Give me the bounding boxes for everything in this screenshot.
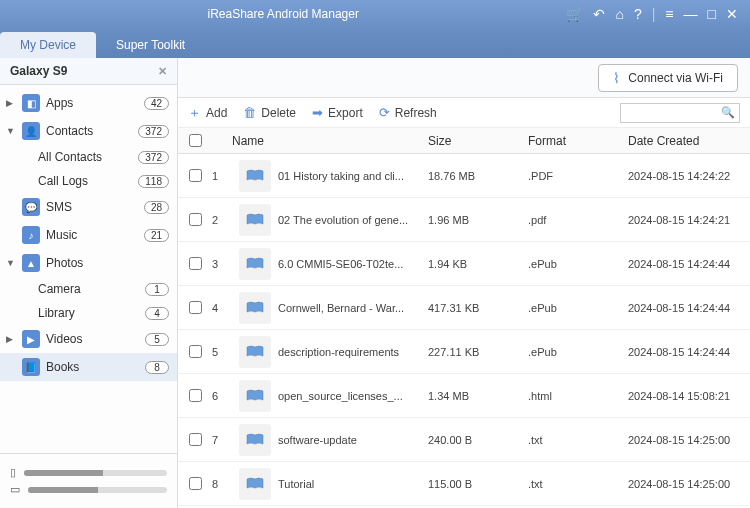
phone-icon: ▯ [10,466,16,479]
table-row[interactable]: 7software-update240.00 B.txt2024-08-15 1… [178,418,750,462]
storage-panel: ▯ ▭ [0,453,177,508]
sidebar-item-contacts[interactable]: ▼ 👤 Contacts 372 [0,117,177,145]
sidebar-item-all-contacts[interactable]: All Contacts 372 [0,145,177,169]
row-date: 2024-08-15 14:24:44 [628,258,750,270]
main-tabs: My Device Super Toolkit [0,28,750,58]
row-checkbox[interactable] [189,477,202,490]
sms-icon: 💬 [22,198,40,216]
maximize-icon[interactable]: □ [708,6,716,22]
sd-icon: ▭ [10,483,20,496]
column-date[interactable]: Date Created [628,134,750,148]
row-number: 7 [212,434,232,446]
row-date: 2024-08-14 15:08:21 [628,390,750,402]
row-number: 2 [212,214,232,226]
select-all-checkbox[interactable] [189,134,202,147]
delete-button[interactable]: 🗑Delete [243,105,296,120]
device-tab[interactable]: Galaxy S9 ✕ [0,58,177,85]
row-checkbox[interactable] [189,433,202,446]
add-button[interactable]: ＋Add [188,104,227,122]
close-icon[interactable]: ✕ [726,6,738,22]
connect-wifi-button[interactable]: ⌇ Connect via Wi-Fi [598,64,738,92]
row-size: 1.94 KB [428,258,528,270]
row-number: 8 [212,478,232,490]
row-checkbox[interactable] [189,389,202,402]
column-format[interactable]: Format [528,134,628,148]
table-row[interactable]: 5description-requirements227.11 KB.ePub2… [178,330,750,374]
row-format: .PDF [528,170,628,182]
row-name: 02 The evolution of gene... [278,214,428,226]
export-button[interactable]: ➡Export [312,105,363,120]
row-format: .txt [528,434,628,446]
search-icon: 🔍 [721,106,735,119]
minimize-icon[interactable]: — [684,6,698,22]
table-row[interactable]: 6open_source_licenses_...1.34 MB.html202… [178,374,750,418]
row-date: 2024-08-15 14:24:44 [628,302,750,314]
menu-icon[interactable]: ≡ [665,6,673,22]
sidebar-item-music[interactable]: ♪ Music 21 [0,221,177,249]
book-icon [239,424,271,456]
row-checkbox[interactable] [189,213,202,226]
tab-my-device[interactable]: My Device [0,32,96,58]
column-size[interactable]: Size [428,134,528,148]
sidebar-item-call-logs[interactable]: Call Logs 118 [0,169,177,193]
row-checkbox[interactable] [189,345,202,358]
table-row[interactable]: 8Tutorial115.00 B.txt2024-08-15 14:25:00 [178,462,750,506]
trash-icon: 🗑 [243,105,256,120]
row-date: 2024-08-15 14:24:22 [628,170,750,182]
books-icon: 📘 [22,358,40,376]
row-name: description-requirements [278,346,428,358]
table-row[interactable]: 4Cornwell, Bernard - War...417.31 KB.ePu… [178,286,750,330]
row-format: .html [528,390,628,402]
sidebar-item-library[interactable]: Library 4 [0,301,177,325]
wifi-icon: ⌇ [613,70,620,86]
row-name: open_source_licenses_... [278,390,428,402]
sidebar-item-videos[interactable]: ▶ ▶ Videos 5 [0,325,177,353]
row-format: .ePub [528,346,628,358]
sidebar-item-books[interactable]: 📘 Books 8 [0,353,177,381]
cart-icon[interactable]: 🛒 [566,6,583,22]
row-size: 417.31 KB [428,302,528,314]
sidebar-item-camera[interactable]: Camera 1 [0,277,177,301]
table-row[interactable]: 36.0 CMMI5-SE06-T02te...1.94 KB.ePub2024… [178,242,750,286]
refresh-icon: ⟳ [379,105,390,120]
photos-icon: ▲ [22,254,40,272]
sidebar-item-sms[interactable]: 💬 SMS 28 [0,193,177,221]
back-icon[interactable]: ↶ [593,6,605,22]
table-body: 101 History taking and cli...18.76 MB.PD… [178,154,750,508]
close-device-icon[interactable]: ✕ [158,65,167,78]
row-format: .ePub [528,258,628,270]
row-checkbox[interactable] [189,169,202,182]
book-icon [239,336,271,368]
row-number: 4 [212,302,232,314]
category-tree: ▶ ◧ Apps 42 ▼ 👤 Contacts 372 All Contact… [0,85,177,453]
storage-internal: ▯ [10,466,167,479]
sidebar-item-photos[interactable]: ▼ ▲ Photos [0,249,177,277]
row-checkbox[interactable] [189,301,202,314]
row-date: 2024-08-15 14:24:44 [628,346,750,358]
chevron-down-icon: ▼ [6,126,16,136]
row-name: 6.0 CMMI5-SE06-T02te... [278,258,428,270]
row-name: Cornwell, Bernard - War... [278,302,428,314]
refresh-button[interactable]: ⟳Refresh [379,105,437,120]
table-header: Name Size Format Date Created [178,128,750,154]
contacts-icon: 👤 [22,122,40,140]
chevron-right-icon: ▶ [6,334,16,344]
row-checkbox[interactable] [189,257,202,270]
toolbar: ＋Add 🗑Delete ➡Export ⟳Refresh 🔍 [178,98,750,128]
sidebar-item-apps[interactable]: ▶ ◧ Apps 42 [0,89,177,117]
row-number: 5 [212,346,232,358]
book-icon [239,160,271,192]
help-icon[interactable]: ? [634,6,642,22]
row-name: Tutorial [278,478,428,490]
row-name: 01 History taking and cli... [278,170,428,182]
table-row[interactable]: 101 History taking and cli...18.76 MB.PD… [178,154,750,198]
book-icon [239,468,271,500]
column-name[interactable]: Name [232,134,278,148]
chevron-right-icon: ▶ [6,98,16,108]
search-input[interactable]: 🔍 [620,103,740,123]
tab-super-toolkit[interactable]: Super Toolkit [96,32,205,58]
home-icon[interactable]: ⌂ [615,6,623,22]
table-row[interactable]: 202 The evolution of gene...1.96 MB.pdf2… [178,198,750,242]
app-title: iReaShare Android Manager [0,7,566,21]
row-date: 2024-08-15 14:25:00 [628,478,750,490]
